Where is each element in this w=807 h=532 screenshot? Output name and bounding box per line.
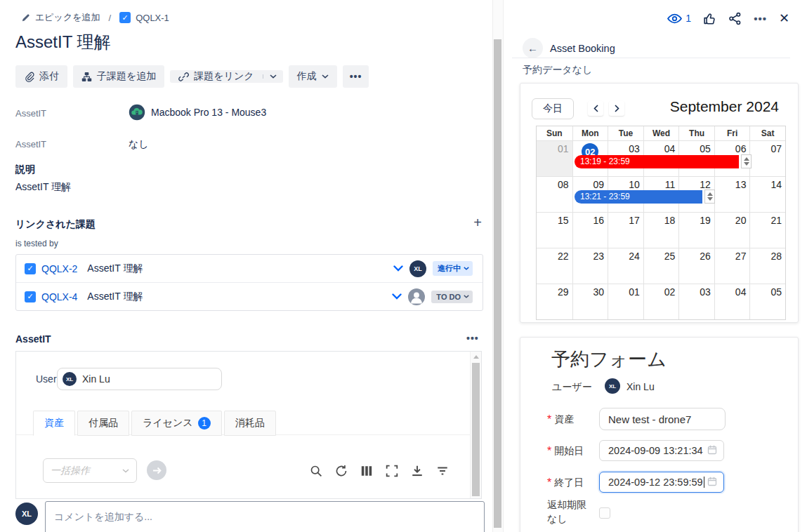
end-date-input[interactable]: 2024-09-12 23:59:59 [599, 472, 724, 493]
chevron-down-icon [464, 267, 469, 270]
booking-empty-text: 予約データなし [523, 64, 592, 77]
user-label: ユーザー [552, 381, 592, 394]
link-relation-label: is tested by [15, 239, 58, 248]
issue-key-link[interactable]: QQLX-1 [136, 13, 169, 23]
main-scrollbar[interactable] [492, 0, 504, 532]
comment-input[interactable] [46, 502, 479, 531]
issue-link[interactable]: QQLX-2 [41, 263, 77, 274]
link-issue-dropdown[interactable] [263, 70, 283, 83]
panel-scrollbar[interactable] [470, 352, 481, 498]
calendar-day-cell[interactable]: 17 [608, 212, 643, 248]
linked-issue-row[interactable]: ✓ QQLX-4 AssetIT 理解 TO DO [16, 282, 483, 310]
no-due-date-label: 返却期限なし [547, 498, 592, 526]
calendar-day-cell[interactable]: 30 [572, 284, 608, 319]
scroll-up-arrow[interactable] [473, 355, 479, 359]
user-picker[interactable]: XL Xin Lu [57, 368, 222, 390]
prev-month-button[interactable] [588, 101, 603, 116]
link-issue-button[interactable]: 課題をリンク [170, 70, 262, 83]
avatar[interactable]: XL [409, 260, 426, 277]
event-duration-stepper[interactable] [741, 154, 752, 168]
event-duration-stepper[interactable] [704, 189, 715, 204]
apply-bulk-action-button[interactable] [147, 460, 166, 480]
description-body[interactable]: AssetIT 理解 [15, 181, 71, 194]
calendar-day-cell[interactable]: 22 [537, 248, 572, 284]
calendar-day-cell[interactable]: 18 [643, 212, 679, 248]
field-value-none[interactable]: なし [129, 138, 149, 151]
calendar-day-cell[interactable]: 01 [537, 140, 572, 176]
calendar-day-cell[interactable]: 29 [537, 284, 572, 319]
assetit-more-button[interactable]: ••• [466, 333, 479, 344]
issue-summary[interactable]: AssetIT 理解 [87, 262, 143, 275]
calendar-day-cell[interactable]: 01 [608, 284, 643, 319]
create-button[interactable]: 作成 [289, 65, 337, 88]
issue-link[interactable]: QQLX-4 [41, 291, 77, 302]
calendar-day-cell[interactable]: 20 [714, 212, 750, 248]
close-icon[interactable]: ✕ [779, 11, 789, 26]
calendar-day-cell[interactable]: 03 [678, 284, 714, 319]
refresh-icon[interactable] [335, 465, 348, 477]
back-button[interactable]: ← [523, 38, 543, 58]
calendar-day-cell[interactable]: 25 [643, 248, 679, 284]
table-tools [310, 465, 449, 477]
next-month-button[interactable] [609, 101, 624, 116]
fullscreen-icon[interactable] [386, 465, 398, 477]
status-badge[interactable]: 進行中 [433, 261, 473, 276]
calendar-day-cell[interactable]: 23 [572, 248, 608, 284]
app-root: エピックを追加 / ✓ QQLX-1 1 ••• ✕ AssetIT 理解 添付 [0, 0, 807, 532]
start-date-input[interactable]: 2024-09-09 13:21:34 [599, 440, 724, 461]
booking-event-bar[interactable]: 13:21 - 23:59 [575, 190, 702, 204]
no-due-date-checkbox[interactable] [599, 507, 610, 519]
end-date-label: * 終了日 [547, 477, 584, 489]
filter-icon[interactable] [436, 465, 449, 477]
pencil-icon[interactable] [21, 13, 30, 22]
status-badge[interactable]: TO DO [431, 291, 473, 303]
calendar-day-cell[interactable]: 05 [749, 284, 785, 319]
weekday-label: Tue [608, 126, 643, 140]
calendar-day-cell[interactable]: 16 [572, 212, 608, 248]
field-value-asset[interactable]: Macbook Pro 13 - Mouse3 [129, 104, 266, 121]
calendar-day-cell[interactable]: 13 [714, 176, 750, 212]
add-epic-link[interactable]: エピックを追加 [35, 11, 100, 24]
more-button[interactable]: ••• [343, 65, 369, 88]
issue-summary[interactable]: AssetIT 理解 [87, 291, 143, 303]
like-button[interactable] [703, 12, 716, 25]
attach-button[interactable]: 添付 [15, 65, 67, 88]
calendar-day-cell[interactable]: 15 [537, 212, 572, 248]
watch-button[interactable]: 1 [667, 13, 691, 24]
calendar-day-cell[interactable]: 26 [678, 248, 714, 284]
calendar-day-cell[interactable]: 14 [749, 176, 785, 212]
scrollbar-thumb[interactable] [472, 363, 480, 496]
booking-event-bar[interactable]: 13:19 - 23:59 [575, 155, 739, 168]
field-label-assetit-1: AssetIT [15, 108, 46, 119]
share-button[interactable] [728, 12, 742, 25]
status-label: TO DO [436, 293, 461, 301]
asset-select[interactable]: New test - drone7 [599, 408, 726, 430]
tab-consumables[interactable]: 消耗品 [224, 411, 276, 436]
add-link-button[interactable]: + [468, 213, 487, 232]
calendar-day-cell[interactable]: 04 [714, 284, 750, 319]
calendar-day-cell[interactable]: 19 [678, 212, 714, 248]
more-actions-button[interactable]: ••• [754, 13, 767, 25]
calendar-day-cell[interactable]: 21 [749, 212, 785, 248]
today-button[interactable]: 今日 [532, 98, 574, 119]
unassigned-avatar[interactable] [408, 288, 425, 305]
comment-box[interactable] [45, 501, 485, 532]
calendar-icon[interactable] [707, 445, 717, 457]
calendar-day-cell[interactable]: 02 [643, 284, 679, 319]
linked-issue-row[interactable]: ✓ QQLX-2 AssetIT 理解 XL 進行中 [16, 255, 483, 282]
calendar-icon[interactable] [707, 477, 717, 488]
calendar-day-cell[interactable]: 24 [608, 248, 643, 284]
calendar-day-cell[interactable]: 27 [714, 248, 750, 284]
add-subtask-button[interactable]: 子課題を追加 [73, 65, 164, 88]
columns-icon[interactable] [360, 465, 373, 477]
search-icon[interactable] [310, 465, 322, 477]
bulk-action-select[interactable]: 一括操作 [43, 458, 137, 483]
calendar-day-cell[interactable]: 08 [537, 176, 572, 212]
main-scrollbar-thumb[interactable] [494, 39, 501, 528]
download-icon[interactable] [411, 465, 424, 477]
tab-assets[interactable]: 資産 [33, 411, 75, 436]
calendar-day-cell[interactable]: 28 [749, 248, 785, 284]
tab-accessories[interactable]: 付属品 [77, 411, 129, 436]
tab-licenses[interactable]: ライセンス 1 [131, 411, 222, 436]
calendar-day-cell[interactable]: 07 [749, 140, 785, 176]
